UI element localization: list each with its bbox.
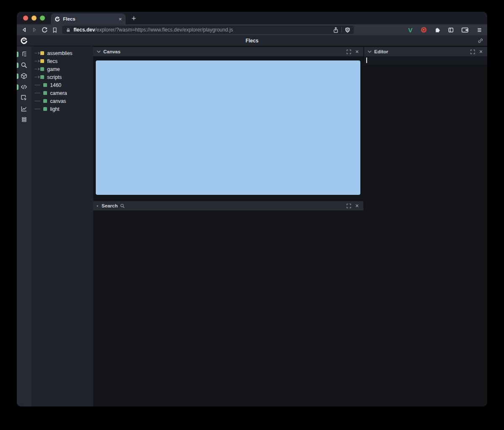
app-main: › assemblies › flecs › game › scripts [17, 46, 487, 406]
code-icon[interactable] [21, 83, 28, 90]
tree-row-flecs[interactable]: › flecs [31, 57, 93, 65]
collapsed-bullet-icon[interactable]: • [97, 203, 98, 208]
render-canvas[interactable] [96, 60, 360, 195]
url-text: flecs.dev/explorer/?wasm=https://www.fle… [74, 27, 330, 33]
url-domain: flecs.dev [74, 27, 95, 33]
share-icon[interactable] [333, 27, 339, 33]
expand-chevron-icon[interactable]: › [38, 74, 39, 79]
tree-icon[interactable] [21, 50, 28, 58]
canvas-panel-header[interactable]: Canvas × [93, 47, 363, 56]
active-indicator [17, 84, 18, 90]
zoom-window-button[interactable] [40, 16, 45, 21]
bookmark-icon[interactable] [51, 26, 58, 33]
tree-guide [34, 77, 37, 77]
expand-icon[interactable] [346, 203, 352, 209]
nav-bar: flecs.dev/explorer/?wasm=https://www.fle… [17, 24, 487, 35]
page-title: Flecs [17, 38, 487, 44]
tree-row-camera[interactable]: › camera [31, 89, 93, 97]
tree-guide [34, 93, 40, 93]
search-panel-header[interactable]: • Search × [93, 201, 363, 210]
entity-kind-swatch [40, 51, 44, 55]
stats-icon[interactable] [21, 105, 28, 112]
expand-chevron-icon[interactable]: › [38, 58, 39, 63]
content-area: Canvas × • Search [93, 46, 487, 406]
favicon-flecs-icon [55, 16, 60, 22]
lock-icon [66, 27, 71, 33]
menu-icon[interactable] [476, 26, 483, 33]
tree-row-label: light [50, 106, 59, 112]
urlbar-divider [341, 27, 342, 33]
forward-icon[interactable] [31, 26, 38, 33]
wallet-icon[interactable] [461, 26, 469, 33]
tables-icon[interactable] [21, 116, 28, 123]
expand-icon[interactable] [346, 49, 352, 55]
expand-chevron-icon[interactable]: › [38, 66, 39, 71]
reload-icon[interactable] [41, 26, 48, 33]
vue-devtools-icon[interactable]: V [407, 26, 414, 33]
active-indicator [17, 63, 18, 68]
expand-icon[interactable] [470, 49, 475, 55]
search-icon [120, 204, 125, 208]
tab-title: Flecs [63, 16, 116, 21]
cube-icon[interactable] [21, 72, 28, 79]
tree-guide [34, 109, 40, 109]
tab-bar: Flecs × + [17, 12, 487, 24]
entity-kind-swatch [40, 75, 44, 79]
url-bar[interactable]: flecs.dev/explorer/?wasm=https://www.fle… [62, 26, 354, 34]
tree-row-canvas[interactable]: › canvas [31, 97, 93, 105]
icon-rail [17, 46, 31, 406]
minimize-window-button[interactable] [32, 16, 37, 21]
tree-guide [34, 85, 40, 85]
app-header: Flecs [17, 35, 487, 46]
panel-title: Editor [374, 49, 388, 54]
tab-flecs[interactable]: Flecs × [51, 13, 126, 24]
tree-guide [34, 69, 37, 69]
code-editor-input[interactable] [364, 56, 487, 65]
close-icon[interactable]: × [354, 49, 360, 55]
chevron-down-icon[interactable] [368, 50, 372, 53]
tree-row-label: assemblies [47, 50, 72, 56]
tab-close-icon[interactable]: × [118, 16, 122, 22]
tree-row-assemblies[interactable]: › assemblies [31, 49, 93, 57]
shield-icon[interactable] [344, 27, 351, 33]
tree-row-label: camera [50, 90, 67, 96]
tree-guide [34, 101, 40, 101]
tree-row-light[interactable]: › light [31, 105, 93, 113]
close-icon[interactable]: × [354, 203, 360, 209]
entity-kind-swatch [40, 59, 44, 63]
text-caret [366, 58, 367, 63]
tree-row-1460[interactable]: › 1460 [31, 81, 93, 89]
entity-kind-swatch [43, 99, 47, 103]
editor-panel-header[interactable]: Editor × [364, 47, 487, 56]
sidebar-icon[interactable] [447, 26, 454, 33]
active-indicator [17, 52, 18, 57]
puzzle-icon[interactable] [434, 26, 441, 33]
url-path: /explorer/?wasm=https://www.flecs.dev/ex… [95, 27, 233, 33]
search-panel: • Search × [93, 201, 363, 210]
browser-window: Flecs × + flecs. [17, 12, 487, 406]
canvas-panel: Canvas × [93, 47, 363, 195]
entity-kind-swatch [43, 107, 47, 111]
active-indicator [17, 73, 18, 79]
tree-row-label: canvas [50, 98, 66, 104]
chevron-down-icon[interactable] [97, 50, 101, 53]
inspect-icon[interactable] [21, 94, 28, 101]
extensions-area: V [407, 26, 483, 33]
entity-tree: › assemblies › flecs › game › scripts [31, 46, 93, 406]
editor-panel: Editor × [364, 47, 487, 65]
new-tab-button[interactable]: + [131, 14, 136, 22]
tree-guide [34, 61, 37, 61]
tree-row-label: 1460 [50, 82, 61, 88]
back-icon[interactable] [21, 26, 28, 33]
close-icon[interactable]: × [478, 49, 484, 55]
tree-row-game[interactable]: › game [31, 65, 93, 73]
panel-title: Canvas [103, 49, 121, 54]
expand-chevron-icon[interactable]: › [38, 50, 39, 55]
tree-row-scripts[interactable]: › scripts [31, 73, 93, 81]
traffic-lights [23, 16, 45, 21]
extension-red-icon[interactable] [420, 26, 427, 33]
search-icon[interactable] [21, 61, 28, 68]
entity-kind-swatch [43, 83, 47, 87]
entity-kind-swatch [40, 67, 44, 71]
close-window-button[interactable] [23, 16, 28, 21]
